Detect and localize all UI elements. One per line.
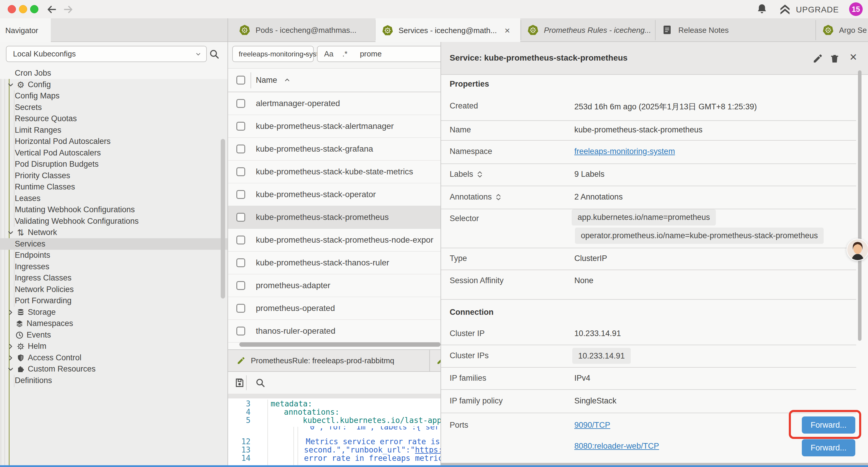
sidebar-item-services[interactable]: Services <box>0 238 227 250</box>
row-checkbox[interactable] <box>236 327 245 335</box>
sidebar-group-network[interactable]: ⇅ Network <box>0 227 227 238</box>
close-tab-icon[interactable]: × <box>505 26 510 35</box>
sidebar-item-validating-webhook-configurations[interactable]: Validating Webhook Configurations <box>0 215 227 227</box>
clipped-code-line: 0", for: "1m", labels :{ service : f <box>310 426 440 433</box>
sidebar-item-priority-classes[interactable]: Priority Classes <box>0 170 227 181</box>
line-number: 5 <box>228 416 251 425</box>
namespace-filter-select[interactable]: freeleaps-monitoring-system <box>232 46 314 62</box>
upgrade-chevrons-icon[interactable] <box>778 3 792 16</box>
horizontal-scrollbar[interactable] <box>239 342 440 347</box>
sidebar-item-network-policies[interactable]: Network Policies <box>0 284 227 295</box>
service-row[interactable]: kube-prometheus-stack-kube-state-metrics <box>228 160 440 183</box>
table-header-row: Name <box>228 68 440 92</box>
sidebar-item-limit-ranges[interactable]: Limit Ranges <box>0 124 227 136</box>
sidebar-item-ingresses[interactable]: Ingresses <box>0 261 227 272</box>
detail-scrollbar[interactable] <box>858 70 862 341</box>
sidebar-item-endpoints[interactable]: Endpoints <box>0 250 227 261</box>
sidebar-group-config[interactable]: ⚙ Config <box>0 79 227 90</box>
sidebar-group-access-control[interactable]: Access Control <box>0 352 227 363</box>
row-checkbox[interactable] <box>236 99 245 108</box>
close-panel-icon[interactable]: × <box>850 51 860 61</box>
tab-services[interactable]: Services - icecheng@math... × <box>375 18 520 42</box>
match-case-toggle[interactable]: Aa <box>324 49 334 59</box>
row-checkbox[interactable] <box>236 304 245 313</box>
user-avatar[interactable] <box>846 238 868 261</box>
kubeconfig-selector[interactable]: Local Kubeconfigs <box>6 46 207 62</box>
maximize-window-button[interactable] <box>30 5 38 13</box>
sidebar-item-leases[interactable]: Leases <box>0 193 227 204</box>
service-row-selected[interactable]: kube-prometheus-stack-prometheus <box>228 206 440 229</box>
expand-collapse-icon[interactable] <box>477 170 483 179</box>
row-checkbox[interactable] <box>236 258 245 267</box>
port-link-9090[interactable]: 9090/TCP <box>574 420 610 430</box>
forward-port-button[interactable]: Forward... <box>802 439 855 456</box>
row-checkbox[interactable] <box>236 236 245 244</box>
row-checkbox[interactable] <box>236 122 245 130</box>
panel-divider[interactable] <box>227 18 228 467</box>
row-checkbox[interactable] <box>236 213 245 222</box>
sidebar-item-port-forwarding[interactable]: Port Forwarding <box>0 295 227 307</box>
tab-argo[interactable]: Argo Se <box>816 18 868 42</box>
row-checkbox[interactable] <box>236 190 245 199</box>
expand-collapse-icon[interactable] <box>495 193 501 202</box>
service-row[interactable]: kube-prometheus-stack-prometheus-node-ex… <box>228 229 440 252</box>
row-checkbox[interactable] <box>236 145 245 153</box>
namespace-link[interactable]: freeleaps-monitoring-system <box>574 147 675 156</box>
select-all-checkbox[interactable] <box>236 76 245 85</box>
tab-release-notes[interactable]: Release Notes <box>655 18 815 42</box>
editor-tab-partial[interactable] <box>430 350 440 371</box>
sidebar-item-resource-quotas[interactable]: Resource Quotas <box>0 113 227 124</box>
sidebar-item-definitions[interactable]: Definitions <box>0 375 227 386</box>
search-input-value: prome <box>360 49 382 59</box>
account-badge[interactable]: 15 <box>849 2 863 16</box>
service-row[interactable]: prometheus-operated <box>228 297 440 320</box>
tab-prometheus-rules[interactable]: Prometheus Rules - icecheng... <box>521 18 655 42</box>
save-icon[interactable] <box>234 377 245 388</box>
tab-navigator[interactable]: Navigator <box>0 18 51 42</box>
port-link-8080[interactable]: 8080:reloader-web/TCP <box>574 442 659 451</box>
notifications-bell-icon[interactable] <box>756 3 768 16</box>
sidebar-item-namespaces[interactable]: Namespaces <box>0 318 227 329</box>
sidebar-item-vertical-pod-autoscalers[interactable]: Vertical Pod Autoscalers <box>0 147 227 159</box>
tab-pods[interactable]: Pods - icecheng@mathmas... <box>232 18 375 42</box>
minimize-window-button[interactable] <box>19 5 27 13</box>
sidebar-group-helm[interactable]: Helm <box>0 341 227 352</box>
edit-pencil-icon[interactable] <box>812 53 823 64</box>
sidebar-item-horizontal-pod-autoscalers[interactable]: Horizontal Pod Autoscalers <box>0 136 227 147</box>
sort-ascending-icon[interactable] <box>284 77 291 84</box>
yaml-editor[interactable]: 3 metadata: 4 annotations: 5 kubectl.kub… <box>228 399 440 467</box>
sidebar-item-pod-disruption-budgets[interactable]: Pod Disruption Budgets <box>0 158 227 170</box>
forward-button[interactable] <box>63 4 74 15</box>
service-row[interactable]: kube-prometheus-stack-thanos-ruler <box>228 252 440 274</box>
sidebar-group-custom-resources[interactable]: Custom Resources <box>0 363 227 375</box>
back-button[interactable] <box>46 4 57 15</box>
sidebar-item-ingress-classes[interactable]: Ingress Classes <box>0 272 227 284</box>
name-search-input[interactable]: Aa .* prome <box>317 46 440 62</box>
service-row[interactable]: kube-prometheus-stack-alertmanager <box>228 115 440 138</box>
service-row[interactable]: alertmanager-operated <box>228 92 440 115</box>
sidebar-item-cron-jobs[interactable]: Cron Jobs <box>0 67 227 79</box>
service-row[interactable]: kube-prometheus-stack-grafana <box>228 138 440 160</box>
row-checkbox[interactable] <box>236 167 245 176</box>
runbook-url-link[interactable]: https://net <box>415 445 440 454</box>
delete-trash-icon[interactable] <box>829 53 840 64</box>
sidebar-item-config-maps[interactable]: Config Maps <box>0 90 227 102</box>
editor-search-icon[interactable] <box>255 377 266 388</box>
sidebar-item-runtime-classes[interactable]: Runtime Classes <box>0 181 227 193</box>
sidebar-scrollbar[interactable] <box>221 139 225 298</box>
editor-tab-prometheusrule[interactable]: PrometheusRule: freeleaps-prod-rabbitmq <box>228 350 430 371</box>
service-row[interactable]: kube-prometheus-stack-operator <box>228 183 440 206</box>
row-checkbox[interactable] <box>236 281 245 290</box>
column-divider[interactable] <box>251 72 251 88</box>
service-row[interactable]: prometheus-adapter <box>228 274 440 297</box>
name-column-header[interactable]: Name <box>256 76 277 85</box>
sidebar-item-events[interactable]: Events <box>0 329 227 341</box>
sidebar-search-icon[interactable] <box>209 49 220 60</box>
close-window-button[interactable] <box>8 5 16 13</box>
sidebar-group-storage[interactable]: Storage <box>0 307 227 318</box>
sidebar-item-mutating-webhook-configurations[interactable]: Mutating Webhook Configurations <box>0 204 227 215</box>
regex-toggle[interactable]: .* <box>342 49 347 59</box>
sidebar-item-secrets[interactable]: Secrets <box>0 102 227 113</box>
upgrade-label[interactable]: UPGRADE <box>796 5 839 14</box>
service-row[interactable]: thanos-ruler-operated <box>228 320 440 343</box>
